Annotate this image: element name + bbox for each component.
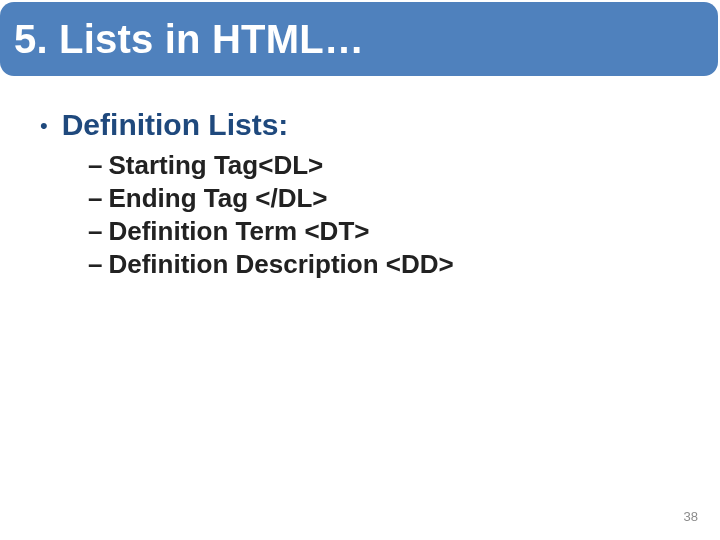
bullet-item: • Definition Lists: [40,108,690,142]
slide-title: 5. Lists in HTML… [14,17,364,62]
content-area: • Definition Lists: – Starting Tag<DL> –… [30,100,690,282]
sub-list: – Starting Tag<DL> – Ending Tag </DL> – … [88,150,690,280]
list-item: – Starting Tag<DL> [88,150,690,181]
bullet-label: Definition Lists: [62,108,289,142]
sub-item-text: Ending Tag </DL> [108,183,327,214]
sub-item-text: Definition Term <DT> [108,216,369,247]
dash-icon: – [88,216,102,247]
title-bar: 5. Lists in HTML… [0,2,718,76]
dash-icon: – [88,150,102,181]
list-item: – Ending Tag </DL> [88,183,690,214]
list-item: – Definition Description <DD> [88,249,690,280]
sub-item-text: Definition Description <DD> [108,249,453,280]
list-item: – Definition Term <DT> [88,216,690,247]
sub-item-text: Starting Tag<DL> [108,150,323,181]
dash-icon: – [88,249,102,280]
bullet-dot-icon: • [40,115,48,137]
dash-icon: – [88,183,102,214]
page-number: 38 [684,509,698,524]
